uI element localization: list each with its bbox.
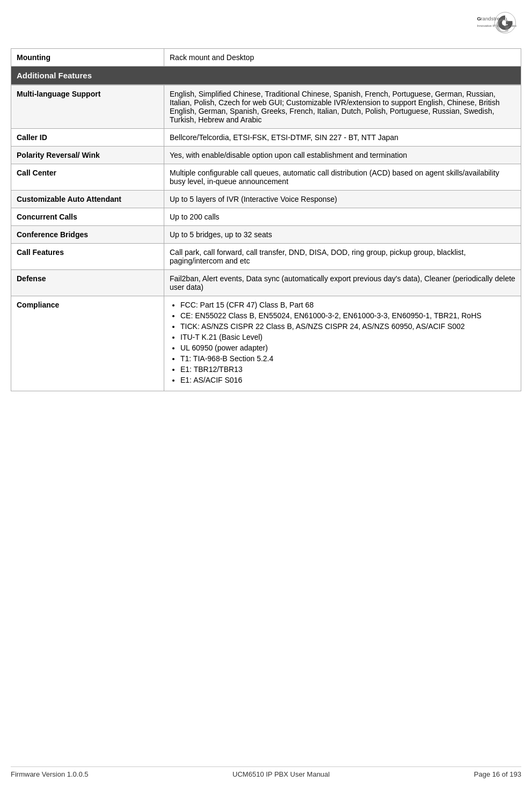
row-label: Defense bbox=[11, 270, 164, 296]
page-wrapper: G randstream Innovative IP Voice & Video… bbox=[0, 0, 532, 789]
list-item: UL 60950 (power adapter) bbox=[180, 344, 515, 352]
row-value: Up to 5 bridges, up to 32 seats bbox=[164, 226, 521, 244]
table-row: Concurrent CallsUp to 200 calls bbox=[11, 208, 521, 226]
row-value: English, Simplified Chinese, Traditional… bbox=[164, 85, 521, 129]
list-item: CE: EN55022 Class B, EN55024, EN61000-3-… bbox=[180, 311, 515, 320]
row-value: Fail2ban, Alert events, Data sync (autom… bbox=[164, 270, 521, 296]
list-item: T1: TIA-968-B Section 5.2.4 bbox=[180, 354, 515, 363]
mounting-value: Rack mount and Desktop bbox=[164, 49, 521, 67]
row-label: Customizable Auto Attendant bbox=[11, 191, 164, 208]
row-label: Call Center bbox=[11, 164, 164, 191]
table-row: Polarity Reversal/ WinkYes, with enable/… bbox=[11, 147, 521, 164]
row-label: Conference Bridges bbox=[11, 226, 164, 244]
footer-left: Firmware Version 1.0.0.5 bbox=[11, 770, 89, 778]
table-row: Call CenterMultiple configurable call qu… bbox=[11, 164, 521, 191]
row-label: Polarity Reversal/ Wink bbox=[11, 147, 164, 164]
table-row: Caller IDBellcore/Telcordia, ETSI-FSK, E… bbox=[11, 129, 521, 147]
list-item: E1: AS/ACIF S016 bbox=[180, 376, 515, 384]
row-value: Bellcore/Telcordia, ETSI-FSK, ETSI-DTMF,… bbox=[164, 129, 521, 147]
row-label: Caller ID bbox=[11, 129, 164, 147]
mounting-label: Mounting bbox=[11, 49, 164, 67]
table-row: DefenseFail2ban, Alert events, Data sync… bbox=[11, 270, 521, 296]
list-item: FCC: Part 15 (CFR 47) Class B, Part 68 bbox=[180, 301, 515, 309]
list-item: ITU-T K.21 (Basic Level) bbox=[180, 333, 515, 341]
list-item: E1: TBR12/TBR13 bbox=[180, 365, 515, 374]
list-item: TICK: AS/NZS CISPR 22 Class B, AS/NZS CI… bbox=[180, 322, 515, 331]
compliance-row: ComplianceFCC: Part 15 (CFR 47) Class B,… bbox=[11, 296, 521, 391]
section-header-row: Additional Features bbox=[11, 67, 521, 85]
logo: G randstream Innovative IP Voice & Video… bbox=[457, 11, 521, 42]
table-row: Multi-language SupportEnglish, Simplifie… bbox=[11, 85, 521, 129]
section-header-label: Additional Features bbox=[11, 67, 521, 85]
svg-text:G: G bbox=[495, 15, 510, 36]
logo-area: G randstream Innovative IP Voice & Video… bbox=[11, 5, 521, 47]
table-row: Call FeaturesCall park, call forward, ca… bbox=[11, 244, 521, 270]
footer-right: Page 16 of 193 bbox=[474, 770, 521, 778]
table-row: Customizable Auto AttendantUp to 5 layer… bbox=[11, 191, 521, 208]
row-label: Call Features bbox=[11, 244, 164, 270]
footer: Firmware Version 1.0.0.5 UCM6510 IP PBX … bbox=[11, 766, 521, 778]
row-value: Multiple configurable call queues, autom… bbox=[164, 164, 521, 191]
row-value: Up to 5 layers of IVR (Interactive Voice… bbox=[164, 191, 521, 208]
row-value: Up to 200 calls bbox=[164, 208, 521, 226]
mounting-row: Mounting Rack mount and Desktop bbox=[11, 49, 521, 67]
compliance-label: Compliance bbox=[11, 296, 164, 391]
compliance-value: FCC: Part 15 (CFR 47) Class B, Part 68CE… bbox=[164, 296, 521, 391]
footer-center: UCM6510 IP PBX User Manual bbox=[232, 770, 330, 778]
row-value: Call park, call forward, call transfer, … bbox=[164, 244, 521, 270]
row-label: Concurrent Calls bbox=[11, 208, 164, 226]
row-label: Multi-language Support bbox=[11, 85, 164, 129]
features-table: Multi-language SupportEnglish, Simplifie… bbox=[11, 85, 521, 391]
main-table: Mounting Rack mount and Desktop Addition… bbox=[11, 48, 521, 85]
row-value: Yes, with enable/disable option upon cal… bbox=[164, 147, 521, 164]
table-row: Conference BridgesUp to 5 bridges, up to… bbox=[11, 226, 521, 244]
